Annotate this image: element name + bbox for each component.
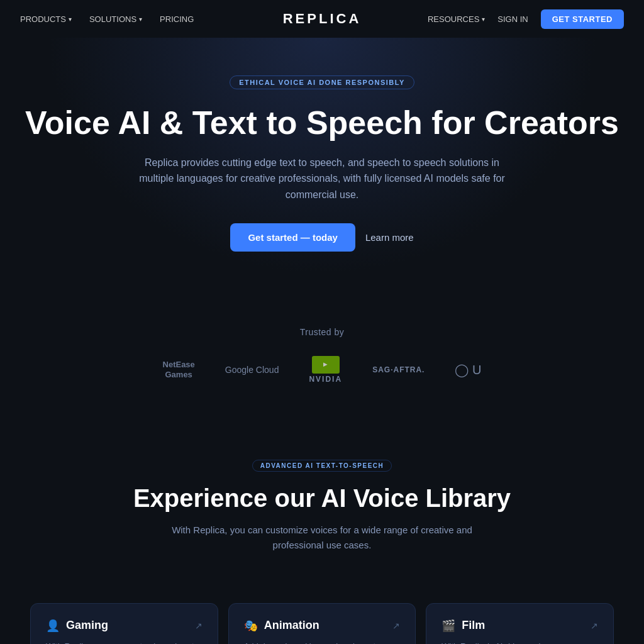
hero-subtext: Replica provides cutting edge text to sp… xyxy=(127,155,517,203)
unity-logo: ◯ U xyxy=(455,362,481,377)
film-description: With Replica's AI-driven voice you can c… xyxy=(441,640,598,644)
trusted-section: Trusted by NetEaseGames Google Cloud ▶ N… xyxy=(0,314,644,409)
film-icon: 🎬 xyxy=(441,619,455,633)
hero-section: ETHICAL VOICE AI DONE RESPONSIBLY Voice … xyxy=(0,38,644,314)
chevron-down-icon: ▾ xyxy=(69,16,72,23)
voice-library-section: ADVANCED AI TEXT-TO-SPEECH Experience ou… xyxy=(0,459,644,603)
get-started-today-button[interactable]: Get started — today xyxy=(230,223,355,252)
sag-aftra-logo: SAG·AFTRA. xyxy=(372,365,425,374)
learn-more-button[interactable]: Learn more xyxy=(365,232,414,243)
animation-title: Animation xyxy=(264,619,319,632)
get-started-nav-button[interactable]: GET STARTED xyxy=(541,9,624,29)
trusted-label: Trusted by xyxy=(20,327,624,337)
animation-card: 🎭 Animation ↗ Add dynamic and immersive … xyxy=(228,603,416,644)
nvidia-icon: ▶ xyxy=(312,356,340,374)
film-external-link[interactable]: ↗ xyxy=(591,621,598,631)
section-divider xyxy=(0,409,644,459)
nav-products[interactable]: PRODUCTS ▾ xyxy=(20,14,72,24)
nav-solutions[interactable]: SOLUTIONS ▾ xyxy=(89,14,142,24)
gaming-icon: 👤 xyxy=(46,619,60,633)
nav-left: PRODUCTS ▾ SOLUTIONS ▾ PRICING xyxy=(20,14,194,24)
trusted-logos: NetEaseGames Google Cloud ▶ NVIDIA SAG·A… xyxy=(20,356,624,384)
animation-external-link[interactable]: ↗ xyxy=(392,621,400,631)
gaming-description: With Replica, you can customize voices t… xyxy=(46,640,203,644)
voice-section-subtext: With Replica, you can customize voices f… xyxy=(146,523,498,553)
google-cloud-logo: Google Cloud xyxy=(225,365,279,375)
animation-card-header: 🎭 Animation ↗ xyxy=(244,619,401,633)
voice-section-badge: ADVANCED AI TEXT-TO-SPEECH xyxy=(252,460,392,472)
hero-heading: Voice AI & Text to Speech for Creators xyxy=(20,104,624,142)
voice-section-heading: Experience our AI Voice Library xyxy=(20,484,624,513)
gaming-external-link[interactable]: ↗ xyxy=(195,621,203,631)
site-logo[interactable]: REPLICA xyxy=(283,11,362,27)
chevron-down-icon: ▾ xyxy=(482,16,485,23)
animation-icon: 🎭 xyxy=(244,619,258,633)
gaming-card-header: 👤 Gaming ↗ xyxy=(46,619,203,633)
netease-logo: NetEaseGames xyxy=(163,360,195,379)
navbar: PRODUCTS ▾ SOLUTIONS ▾ PRICING REPLICA R… xyxy=(0,0,644,38)
gaming-card: 👤 Gaming ↗ With Replica, you can customi… xyxy=(30,603,218,644)
nav-pricing[interactable]: PRICING xyxy=(160,14,194,24)
voice-cards-grid: 👤 Gaming ↗ With Replica, you can customi… xyxy=(0,603,644,644)
film-card: 🎬 Film ↗ With Replica's AI-driven voice … xyxy=(426,603,614,644)
nvidia-logo: ▶ NVIDIA xyxy=(309,356,342,384)
nav-right: RESOURCES ▾ SIGN IN GET STARTED xyxy=(428,9,624,29)
film-card-header: 🎬 Film ↗ xyxy=(441,619,598,633)
chevron-down-icon: ▾ xyxy=(139,16,142,23)
hero-buttons: Get started — today Learn more xyxy=(20,223,624,252)
hero-badge: ETHICAL VOICE AI DONE RESPONSIBLY xyxy=(230,75,414,89)
animation-description: Add dynamic and immersive character voic… xyxy=(244,640,401,644)
sign-in-button[interactable]: SIGN IN xyxy=(497,14,528,24)
nav-resources[interactable]: RESOURCES ▾ xyxy=(428,14,485,24)
film-title: Film xyxy=(462,619,485,632)
gaming-title: Gaming xyxy=(66,619,108,632)
